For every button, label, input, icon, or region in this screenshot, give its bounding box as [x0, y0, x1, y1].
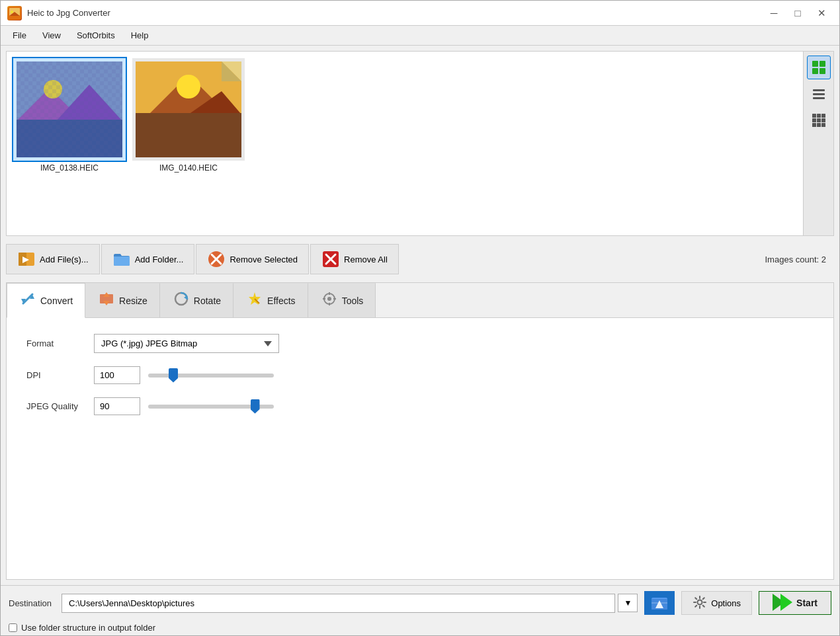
start-icon [773, 594, 792, 613]
svg-point-66 [698, 600, 702, 604]
svg-rect-32 [812, 118, 816, 122]
tab-effects-label: Effects [267, 296, 296, 306]
svg-rect-35 [812, 123, 816, 127]
svg-marker-53 [184, 296, 187, 299]
destination-input-wrap: ▼ [62, 594, 638, 613]
svg-rect-31 [821, 114, 825, 118]
svg-rect-25 [819, 68, 825, 74]
svg-rect-36 [817, 123, 821, 127]
file-label-1: IMG_0138.HEIC [40, 163, 99, 173]
tabs-panel: Convert Resize [6, 282, 834, 580]
menu-help[interactable]: Help [124, 28, 155, 43]
quality-slider-track [148, 405, 274, 409]
bottom-area: Destination ▼ [1, 585, 839, 635]
titlebar: Heic to Jpg Converter ─ □ ✕ [1, 1, 839, 26]
tab-rotate-label: Rotate [194, 296, 221, 306]
maximize-button[interactable]: □ [786, 4, 809, 22]
svg-rect-18 [136, 113, 241, 157]
remove-selected-label: Remove Selected [230, 255, 298, 264]
menu-view[interactable]: View [36, 28, 67, 43]
view-grid-button[interactable] [807, 108, 831, 132]
svg-rect-28 [813, 97, 825, 99]
jpeg-quality-row: JPEG Quality [26, 397, 814, 415]
app-icon [7, 6, 22, 20]
menu-softorbits[interactable]: SoftOrbits [70, 28, 122, 43]
svg-point-19 [177, 75, 200, 99]
file-label-2: IMG_0140.HEIC [159, 163, 218, 173]
tab-effects[interactable]: Effects [233, 283, 308, 317]
format-row: Format JPG (*.jpg) JPEG Bitmap [26, 334, 814, 353]
add-files-icon [17, 250, 36, 268]
format-select[interactable]: JPG (*.jpg) JPEG Bitmap [94, 334, 279, 353]
file-thumb-1[interactable]: IMG_0138.HEIC [13, 58, 126, 173]
dpi-slider-track [148, 374, 274, 378]
tools-icon [321, 290, 338, 311]
use-folder-structure-checkbox[interactable] [9, 623, 17, 632]
minimize-button[interactable]: ─ [763, 4, 785, 22]
dpi-label: DPI [26, 370, 86, 380]
titlebar-controls: ─ □ ✕ [763, 4, 833, 22]
svg-marker-68 [780, 594, 792, 611]
dpi-slider-wrap [148, 374, 274, 378]
remove-selected-button[interactable]: Remove Selected [196, 244, 309, 274]
tab-resize-label: Resize [119, 296, 147, 306]
destination-input[interactable] [62, 594, 615, 613]
thumb-img-wrap-1 [13, 58, 126, 161]
svg-rect-23 [819, 61, 825, 67]
start-label: Start [796, 598, 818, 608]
menu-file[interactable]: File [6, 28, 33, 43]
main-content: IMG_0138.HEIC [1, 46, 839, 585]
svg-rect-37 [821, 123, 825, 127]
file-panel: IMG_0138.HEIC [6, 51, 834, 236]
svg-point-57 [327, 297, 331, 301]
destination-bar: Destination ▼ [1, 585, 839, 620]
remove-all-label: Remove All [344, 255, 388, 264]
tab-tools-label: Tools [342, 296, 364, 306]
destination-label: Destination [9, 598, 55, 608]
view-list-button[interactable] [807, 82, 831, 106]
quality-slider-wrap [148, 405, 274, 409]
tabs-header: Convert Resize [7, 283, 833, 318]
app-window: Heic to Jpg Converter ─ □ ✕ File View So… [0, 0, 840, 636]
dpi-input[interactable] [94, 366, 140, 384]
browse-destination-button[interactable] [644, 591, 675, 615]
add-folder-button[interactable]: Add Folder... [101, 244, 195, 274]
tab-tools[interactable]: Tools [308, 283, 376, 317]
effects-icon [246, 290, 263, 311]
svg-rect-22 [812, 61, 818, 67]
options-label: Options [711, 598, 741, 608]
close-button[interactable]: ✕ [810, 4, 833, 22]
view-thumbnail-button[interactable] [807, 56, 831, 79]
toolbar: Add File(s)... Add Folder... [6, 241, 834, 277]
file-thumb-2[interactable]: IMG_0140.HEIC [132, 58, 245, 173]
use-folder-structure-label[interactable]: Use folder structure in output folder [21, 623, 155, 633]
svg-rect-26 [813, 89, 825, 91]
jpeg-quality-input[interactable] [94, 397, 140, 415]
resize-icon [98, 290, 115, 311]
svg-point-3 [11, 11, 13, 13]
add-folder-label: Add Folder... [135, 255, 184, 264]
start-button[interactable]: Start [759, 591, 831, 615]
convert-icon [19, 290, 36, 311]
remove-selected-icon [207, 250, 226, 268]
panel-sidebar [803, 52, 833, 235]
tab-content-convert: Format JPG (*.jpg) JPEG Bitmap DPI [7, 318, 833, 579]
tab-resize[interactable]: Resize [85, 283, 160, 317]
tab-rotate[interactable]: Rotate [160, 283, 233, 317]
jpeg-quality-label: JPEG Quality [26, 401, 86, 411]
app-title: Heic to Jpg Converter [27, 8, 763, 18]
gear-icon [693, 595, 707, 612]
remove-all-button[interactable]: Remove All [310, 244, 399, 274]
remove-all-icon [321, 250, 340, 268]
rotate-icon [173, 290, 190, 311]
tab-convert[interactable]: Convert [7, 283, 85, 318]
destination-dropdown-button[interactable]: ▼ [618, 594, 638, 612]
options-button[interactable]: Options [681, 591, 752, 615]
images-count: Images count: 2 [765, 255, 835, 264]
svg-rect-34 [821, 118, 825, 122]
format-label: Format [26, 338, 86, 348]
folder-structure-row: Use folder structure in output folder [1, 620, 839, 635]
svg-rect-24 [812, 68, 818, 74]
add-files-button[interactable]: Add File(s)... [6, 244, 100, 274]
svg-rect-29 [812, 114, 816, 118]
